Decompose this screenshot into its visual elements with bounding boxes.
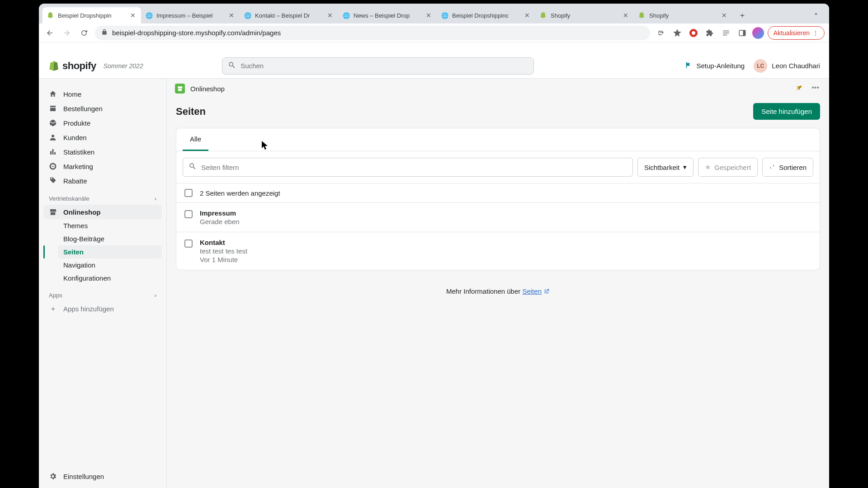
- customers-icon: [49, 133, 57, 141]
- sidebar-item-settings[interactable]: Einstellungen: [43, 469, 162, 483]
- tab-title: Kontakt – Beispiel Dr: [255, 12, 323, 19]
- sidebar-section-apps: Apps ›: [43, 285, 162, 301]
- browser-tab[interactable]: 🌐 Impressum – Beispiel ✕: [141, 7, 240, 23]
- extensions-icon[interactable]: [703, 27, 716, 39]
- add-page-button[interactable]: Seite hinzufügen: [753, 103, 820, 120]
- close-icon[interactable]: ✕: [326, 12, 334, 19]
- footer-link[interactable]: Seiten: [522, 287, 542, 295]
- setup-guide-button[interactable]: Setup-Anleitung: [684, 61, 745, 70]
- sidebar-sub-pages[interactable]: Seiten: [58, 245, 162, 258]
- extension-badge-icon[interactable]: [687, 27, 700, 39]
- row-title: Impressum: [200, 209, 240, 217]
- address-bar[interactable]: beispiel-dropshipping-store.myshopify.co…: [95, 26, 650, 40]
- products-icon: [49, 119, 57, 127]
- main-content: Onlineshop ••• Seiten Seite hinzufügen A…: [166, 79, 829, 488]
- globe-favicon-icon: 🌐: [343, 12, 350, 19]
- sidebar-item-customers[interactable]: Kunden: [43, 130, 162, 145]
- row-checkbox[interactable]: [184, 210, 193, 218]
- browser-tab[interactable]: Shopify ✕: [634, 7, 732, 23]
- brand-text: shopify: [62, 60, 96, 72]
- sidebar-item-label: Seiten: [63, 248, 84, 256]
- row-timestamp: Gerade eben: [200, 218, 240, 225]
- globe-favicon-icon: 🌐: [146, 12, 153, 19]
- shopify-favicon-icon: [47, 12, 54, 19]
- sidebar-item-label: Statistiken: [63, 148, 94, 156]
- search-icon: [189, 162, 197, 172]
- kebab-icon: ⋮: [812, 29, 819, 37]
- share-icon[interactable]: [655, 27, 667, 39]
- filter-input[interactable]: [183, 158, 633, 177]
- card-tabs: Alle: [176, 128, 820, 151]
- update-button[interactable]: Aktualisieren ⋮: [768, 26, 825, 40]
- browser-tab[interactable]: Beispiel Dropshippin ✕: [42, 7, 141, 23]
- bookmark-icon[interactable]: [671, 27, 684, 39]
- browser-tab[interactable]: 🌐 News – Beispiel Drop ✕: [338, 7, 437, 23]
- search-icon: [228, 61, 236, 70]
- browser-tab[interactable]: Shopify ✕: [535, 7, 634, 23]
- new-tab-button[interactable]: ＋: [736, 9, 749, 22]
- sidebar-sub-navigation[interactable]: Navigation: [58, 258, 162, 272]
- sidebar-item-discounts[interactable]: Rabatte: [43, 174, 162, 188]
- tab-title: Shopify: [649, 12, 717, 19]
- close-icon[interactable]: ✕: [622, 12, 629, 19]
- row-checkbox[interactable]: [184, 239, 193, 248]
- globe-favicon-icon: 🌐: [441, 12, 448, 19]
- forward-button[interactable]: [61, 27, 73, 39]
- sidebar-item-label: Konfigurationen: [63, 274, 111, 282]
- sidebar-item-analytics[interactable]: Statistiken: [43, 145, 162, 159]
- more-icon[interactable]: •••: [810, 82, 821, 95]
- chevron-right-icon[interactable]: ›: [155, 292, 156, 299]
- url-text: beispiel-dropshipping-store.myshopify.co…: [112, 29, 281, 37]
- sidebar-item-products[interactable]: Produkte: [43, 116, 162, 130]
- search-input[interactable]: Suchen: [222, 57, 534, 75]
- plus-icon: ＋: [49, 305, 57, 313]
- sort-icon: [769, 164, 775, 171]
- close-icon[interactable]: ✕: [721, 12, 728, 19]
- browser-tab[interactable]: 🌐 Beispiel Dropshippinc ✕: [437, 7, 535, 23]
- close-icon[interactable]: ✕: [524, 12, 531, 19]
- tab-all[interactable]: Alle: [183, 128, 208, 151]
- chevron-right-icon[interactable]: ›: [155, 195, 156, 202]
- sidebar-item-label: Bestellungen: [63, 105, 103, 113]
- sidebar-item-onlinestore[interactable]: Onlineshop: [43, 205, 162, 219]
- browser-tab[interactable]: 🌐 Kontakt – Beispiel Dr ✕: [240, 7, 338, 23]
- browser-tabstrip: Beispiel Dropshippin ✕ 🌐 Impressum – Bei…: [39, 4, 829, 23]
- shopify-favicon-icon: [540, 12, 547, 19]
- search-placeholder: Suchen: [241, 62, 264, 70]
- sidebar-item-label: Rabatte: [63, 177, 87, 185]
- saved-filter[interactable]: ★Gespeichert: [698, 158, 758, 177]
- side-panel-icon[interactable]: [736, 27, 749, 39]
- globe-favicon-icon: 🌐: [244, 12, 251, 19]
- count-label: 2 Seiten werden angezeigt: [200, 189, 280, 197]
- visibility-filter[interactable]: Sichtbarkeit▾: [637, 158, 693, 177]
- gear-icon: [49, 472, 57, 480]
- analytics-icon: [49, 148, 57, 156]
- user-avatar: LC: [754, 59, 767, 73]
- reload-button[interactable]: [78, 27, 90, 39]
- sidebar-sub-blogposts[interactable]: Blog-Beiträge: [58, 232, 162, 245]
- back-button[interactable]: [43, 27, 56, 39]
- filter-field[interactable]: [201, 164, 627, 171]
- close-icon[interactable]: ✕: [425, 12, 432, 19]
- close-icon[interactable]: ✕: [129, 12, 137, 19]
- user-menu[interactable]: LC Leon Chaudhari: [754, 59, 820, 73]
- sidebar-item-label: Kunden: [63, 134, 87, 141]
- reading-list-icon[interactable]: [720, 27, 732, 39]
- close-icon[interactable]: ✕: [228, 12, 235, 19]
- sidebar-sub-themes[interactable]: Themes: [58, 219, 162, 232]
- table-row[interactable]: Impressum Gerade eben: [176, 202, 820, 232]
- table-row[interactable]: Kontakt test test tes test Vor 1 Minute: [176, 232, 820, 270]
- shopify-logo[interactable]: shopify: [48, 60, 96, 72]
- sidebar-add-apps[interactable]: ＋Apps hinzufügen: [43, 301, 162, 316]
- update-label: Aktualisieren: [774, 29, 810, 37]
- sidebar-sub-preferences[interactable]: Konfigurationen: [58, 272, 162, 285]
- svg-point-1: [692, 31, 695, 35]
- sidebar-item-home[interactable]: Home: [43, 87, 162, 101]
- profile-avatar[interactable]: [752, 27, 764, 39]
- sidebar-item-orders[interactable]: Bestellungen: [43, 101, 162, 116]
- sort-button[interactable]: Sortieren: [762, 158, 813, 177]
- pin-icon[interactable]: [793, 82, 805, 95]
- tab-overflow-button[interactable]: [810, 8, 822, 22]
- sidebar-item-marketing[interactable]: Marketing: [43, 159, 162, 174]
- select-all-checkbox[interactable]: [184, 189, 193, 197]
